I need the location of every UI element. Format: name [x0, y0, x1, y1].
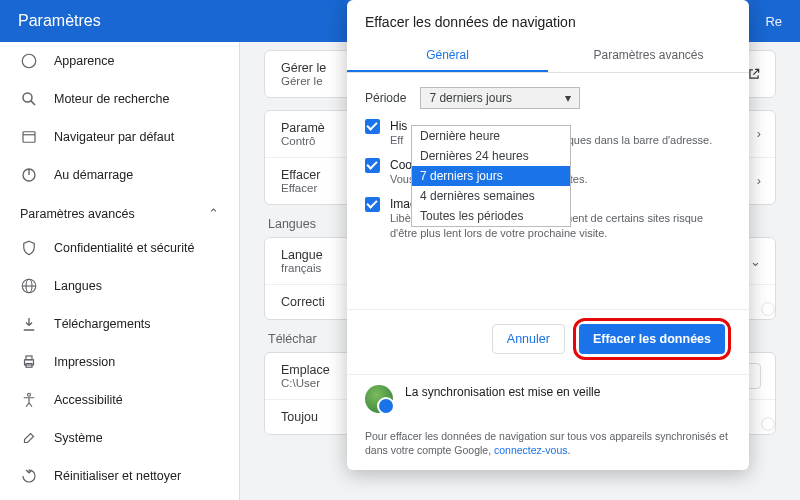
sync-title: La synchronisation est mise en veille — [405, 385, 731, 399]
power-icon — [20, 166, 38, 184]
external-link-icon — [747, 67, 761, 81]
sidebar-item-startup[interactable]: Au démarrage — [0, 156, 239, 194]
period-label: Période — [365, 91, 406, 105]
dropdown-arrow-icon: ▾ — [565, 91, 571, 105]
chevron-up-icon: ⌃ — [208, 206, 219, 221]
download-icon — [20, 315, 38, 333]
sidebar-advanced-toggle[interactable]: Paramètres avancés⌃ — [0, 194, 239, 229]
sidebar-label: Accessibilité — [54, 393, 123, 407]
row-title: Toujou — [281, 410, 318, 424]
sidebar-label: Réinitialiser et nettoyer — [54, 469, 181, 483]
period-option[interactable]: 4 dernières semaines — [412, 186, 570, 206]
checkbox-checked-icon[interactable] — [365, 197, 380, 212]
row-title: Langue — [281, 248, 323, 262]
sidebar-item-default-browser[interactable]: Navigateur par défaut — [0, 118, 239, 156]
sidebar-label: Impression — [54, 355, 115, 369]
dialog-body: Période 7 derniers jours ▾ Dernière heur… — [347, 73, 749, 309]
svg-line-4 — [31, 101, 35, 105]
accessibility-icon — [20, 391, 38, 409]
svg-rect-5 — [23, 132, 35, 143]
row-title: Effacer — [281, 168, 320, 182]
highlight-ring: Effacer les données — [573, 318, 731, 360]
sidebar-item-downloads[interactable]: Téléchargements — [0, 305, 239, 343]
globe-icon — [20, 277, 38, 295]
dialog-tabs: Général Paramètres avancés — [347, 40, 749, 73]
palette-icon — [20, 52, 38, 70]
search-icon — [20, 90, 38, 108]
period-option[interactable]: Dernière heure — [412, 126, 570, 146]
period-option[interactable]: Toutes les périodes — [412, 206, 570, 226]
browser-icon — [20, 128, 38, 146]
period-option-selected[interactable]: 7 derniers jours — [412, 166, 570, 186]
row-subtitle: français — [281, 262, 323, 274]
sidebar-label: Langues — [54, 279, 102, 293]
period-selected-value: 7 derniers jours — [429, 91, 512, 105]
page-title: Paramètres — [18, 12, 101, 30]
row-title: Paramè — [281, 121, 325, 135]
avatar-sync-icon — [365, 385, 393, 413]
sidebar-label: Navigateur par défaut — [54, 130, 174, 144]
svg-rect-13 — [26, 356, 32, 360]
row-subtitle: C:\User — [281, 377, 330, 389]
chevron-right-icon: › — [757, 127, 761, 141]
sidebar-item-system[interactable]: Système — [0, 419, 239, 457]
checkbox-checked-icon[interactable] — [365, 119, 380, 134]
row-title: Emplace — [281, 363, 330, 377]
signin-link[interactable]: connectez-vous — [494, 444, 568, 456]
sync-footer-text: Pour effacer les données de navigation s… — [347, 423, 749, 470]
clear-data-dialog: Effacer les données de navigation Généra… — [347, 0, 749, 470]
row-subtitle: Gérer le — [281, 75, 326, 87]
tab-advanced[interactable]: Paramètres avancés — [548, 40, 749, 72]
sidebar-item-privacy[interactable]: Confidentialité et sécurité — [0, 229, 239, 267]
period-select[interactable]: 7 derniers jours ▾ — [420, 87, 580, 109]
row-title: Correcti — [281, 295, 325, 309]
tools-icon — [20, 429, 38, 447]
chevron-right-icon: › — [757, 174, 761, 188]
svg-point-15 — [28, 393, 31, 396]
sidebar-label: Système — [54, 431, 103, 445]
settings-sidebar: Apparence Moteur de recherche Navigateur… — [0, 42, 240, 500]
row-title: Gérer le — [281, 61, 326, 75]
dialog-footer: Annuler Effacer les données — [347, 309, 749, 374]
tab-basic[interactable]: Général — [347, 40, 548, 72]
print-icon — [20, 353, 38, 371]
sidebar-label: Au démarrage — [54, 168, 133, 182]
sidebar-item-languages[interactable]: Langues — [0, 267, 239, 305]
period-option[interactable]: Dernières 24 heures — [412, 146, 570, 166]
checkbox-checked-icon[interactable] — [365, 158, 380, 173]
sidebar-label: Confidentialité et sécurité — [54, 241, 194, 255]
sidebar-label: Moteur de recherche — [54, 92, 169, 106]
sidebar-item-reset[interactable]: Réinitialiser et nettoyer — [0, 457, 239, 495]
chevron-down-icon: ⌄ — [750, 254, 761, 269]
cancel-button[interactable]: Annuler — [492, 324, 565, 354]
period-dropdown: Dernière heure Dernières 24 heures 7 der… — [411, 125, 571, 227]
sidebar-label: Apparence — [54, 54, 114, 68]
svg-point-3 — [23, 93, 32, 102]
search-text: Re — [765, 14, 782, 29]
sidebar-item-search-engine[interactable]: Moteur de recherche — [0, 80, 239, 118]
svg-point-2 — [22, 54, 36, 68]
sidebar-item-print[interactable]: Impression — [0, 343, 239, 381]
clear-data-button[interactable]: Effacer les données — [579, 324, 725, 354]
sidebar-item-a11y[interactable]: Accessibilité — [0, 381, 239, 419]
sync-notice: La synchronisation est mise en veille — [347, 374, 749, 423]
shield-icon — [20, 239, 38, 257]
restore-icon — [20, 467, 38, 485]
row-subtitle: Effacer — [281, 182, 320, 194]
sidebar-label: Téléchargements — [54, 317, 151, 331]
dialog-title: Effacer les données de navigation — [347, 0, 749, 40]
row-subtitle: Contrô — [281, 135, 325, 147]
sidebar-item-appearance[interactable]: Apparence — [0, 42, 239, 80]
